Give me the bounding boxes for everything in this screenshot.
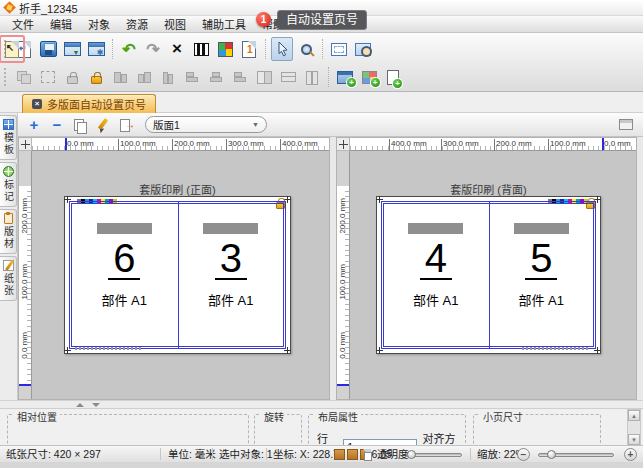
ruler-corner[interactable] bbox=[337, 138, 350, 151]
window-settings-button[interactable] bbox=[85, 37, 107, 61]
chevron-down-icon[interactable]: ▼ bbox=[252, 121, 259, 128]
select-tool-button[interactable] bbox=[271, 37, 293, 61]
page-number: 6 bbox=[108, 238, 140, 280]
menu-tools[interactable]: 辅助工具 bbox=[194, 16, 254, 32]
selection-frame-button[interactable] bbox=[37, 65, 59, 89]
zoom-slider[interactable] bbox=[538, 453, 614, 457]
sheet-back[interactable]: 4 部件 A1 5 部件 A1 bbox=[376, 196, 601, 354]
align-bottom-icon bbox=[184, 70, 200, 84]
sidebar-tab-paper[interactable]: 纸张 bbox=[0, 256, 17, 301]
split-panes-button[interactable] bbox=[253, 65, 275, 89]
zoom-out-button[interactable]: − bbox=[517, 448, 530, 461]
sheet-title-back: 套版印刷 (背面) bbox=[376, 181, 601, 197]
page-number-button[interactable] bbox=[238, 37, 260, 61]
undo-button[interactable]: ↶ bbox=[118, 37, 140, 61]
add-page-button[interactable] bbox=[382, 65, 404, 89]
menu-resource[interactable]: 资源 bbox=[118, 16, 156, 32]
save-button[interactable] bbox=[37, 37, 59, 61]
add-template-button[interactable] bbox=[358, 65, 380, 89]
collapse-down-icon[interactable] bbox=[92, 403, 100, 407]
distribute-v-button[interactable] bbox=[301, 65, 323, 89]
toolbar-grip[interactable] bbox=[4, 68, 9, 86]
imposed-page[interactable]: 3 部件 A1 bbox=[179, 204, 284, 346]
ruler-corner[interactable] bbox=[19, 138, 32, 151]
sheet-front[interactable]: 6 部件 A1 3 部件 A1 bbox=[64, 196, 291, 354]
sidebar-tab-plate[interactable]: 版材 bbox=[0, 209, 17, 254]
canvas-back[interactable]: 套版印刷 (背面) 4 部件 A1 bbox=[350, 151, 636, 399]
paper-pencil-icon bbox=[3, 260, 14, 271]
redo-button[interactable]: ↷ bbox=[142, 37, 164, 61]
copy-layout-button[interactable] bbox=[72, 116, 88, 134]
lock-closed-icon bbox=[91, 76, 102, 84]
color-pages-button[interactable] bbox=[214, 37, 236, 61]
zoom-tool-button[interactable] bbox=[295, 37, 317, 61]
align-top-button[interactable] bbox=[229, 65, 251, 89]
toolbar-separator bbox=[112, 39, 113, 59]
transparency-slider-thumb[interactable] bbox=[407, 450, 416, 459]
slug-line-text bbox=[75, 347, 143, 350]
zoom-in-button[interactable]: + bbox=[624, 448, 637, 461]
ruler-label: 100.0 mm bbox=[338, 264, 347, 300]
add-layout-button[interactable] bbox=[334, 65, 356, 89]
collapse-up-icon[interactable] bbox=[76, 403, 84, 407]
layer-icon-3[interactable] bbox=[360, 449, 371, 460]
transparency-slider[interactable] bbox=[406, 453, 462, 457]
lock-button[interactable] bbox=[85, 65, 107, 89]
distribute-h-button[interactable] bbox=[277, 65, 299, 89]
group-button[interactable] bbox=[13, 65, 35, 89]
canvas-front[interactable]: 套版印刷 (正面) 6 部件 A1 bbox=[32, 151, 329, 399]
align-center-h-icon bbox=[136, 70, 152, 84]
ruler-active-zone: 200.0 mm 100.0 mm 0.0 mm bbox=[19, 186, 31, 386]
group-icon bbox=[16, 70, 32, 84]
unlock-button[interactable] bbox=[61, 65, 83, 89]
align-right-button[interactable] bbox=[157, 65, 179, 89]
window-bottom-edge bbox=[0, 462, 643, 468]
imposed-page[interactable]: 6 部件 A1 bbox=[72, 204, 177, 346]
ruler-label: 200.0 mm bbox=[174, 139, 210, 148]
preview-magnifier-icon bbox=[355, 43, 371, 56]
add-sheet-button[interactable]: + bbox=[26, 116, 42, 134]
menu-view[interactable]: 视图 bbox=[156, 16, 194, 32]
sidebar-tab-template[interactable]: 模板 bbox=[0, 115, 17, 160]
align-bottom-button[interactable] bbox=[181, 65, 203, 89]
sidebar-tab-label: 纸张 bbox=[1, 273, 16, 297]
toolbar-row-1: ↶ ↷ × bbox=[0, 36, 375, 62]
panel-toggle-icon[interactable] bbox=[619, 119, 633, 130]
sidebar-tab-label: 版材 bbox=[1, 226, 16, 250]
template-grid-icon bbox=[3, 119, 14, 130]
layout-select[interactable]: 版面1 ▼ bbox=[145, 116, 267, 133]
tab-close-icon[interactable]: × bbox=[32, 99, 42, 109]
menu-edit[interactable]: 编辑 bbox=[42, 16, 80, 32]
align-left-button[interactable] bbox=[109, 65, 131, 89]
align-middle-button[interactable] bbox=[205, 65, 227, 89]
panel-scrollbar[interactable]: ▲ ▼ bbox=[627, 409, 641, 445]
toolbar-separator bbox=[322, 39, 323, 59]
preview-button[interactable] bbox=[352, 37, 374, 61]
document-tab[interactable]: × 多版面自动设置页号 bbox=[22, 94, 156, 113]
scroll-up-icon[interactable]: ▲ bbox=[628, 410, 640, 421]
fit-page-button[interactable] bbox=[328, 37, 350, 61]
layout-toolbar: + − 版面1 ▼ bbox=[18, 113, 643, 137]
imposed-page[interactable]: 5 部件 A1 bbox=[490, 204, 594, 346]
import-window-button[interactable] bbox=[61, 37, 83, 61]
edit-layout-button[interactable] bbox=[95, 116, 111, 134]
export-layout-button[interactable] bbox=[118, 116, 134, 134]
layer-icon-1[interactable] bbox=[334, 449, 345, 460]
align-top-icon bbox=[232, 70, 248, 84]
page-number: 5 bbox=[525, 238, 557, 280]
zoom-slider-thumb[interactable] bbox=[547, 450, 556, 459]
group-layout-properties: 布局属性 行数 1 对齐方式 bbox=[308, 414, 466, 445]
auto-page-number-button[interactable] bbox=[1, 37, 23, 61]
align-center-h-button[interactable] bbox=[133, 65, 155, 89]
panel-collapse-strip[interactable] bbox=[0, 400, 643, 408]
columns-view-button[interactable] bbox=[190, 37, 212, 61]
delete-button[interactable]: × bbox=[166, 37, 188, 61]
sidebar-tab-marks[interactable]: 标记 bbox=[0, 162, 17, 207]
redo-icon: ↷ bbox=[146, 40, 159, 59]
imposed-page[interactable]: 4 部件 A1 bbox=[384, 204, 488, 346]
menu-file[interactable]: 文件 bbox=[4, 16, 42, 32]
scroll-down-icon[interactable]: ▼ bbox=[628, 434, 640, 445]
layer-icon-2[interactable] bbox=[347, 449, 358, 460]
menu-object[interactable]: 对象 bbox=[80, 16, 118, 32]
remove-sheet-button[interactable]: − bbox=[49, 116, 65, 134]
